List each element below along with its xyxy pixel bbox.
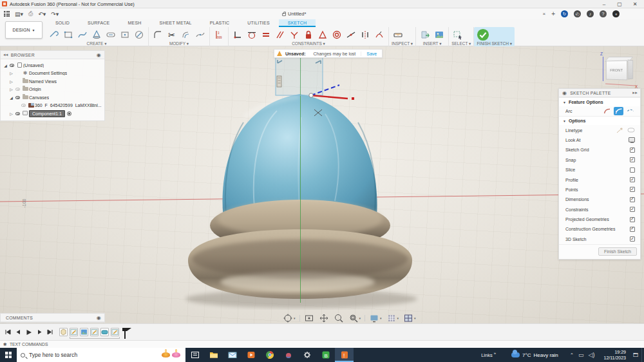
- checkbox-profile[interactable]: [630, 177, 635, 182]
- task-view-icon[interactable]: [185, 348, 204, 362]
- sketch-feature-icon[interactable]: [90, 328, 99, 336]
- step-back-icon[interactable]: [15, 329, 21, 335]
- palette-collapse-icon[interactable]: ▸▸: [632, 90, 638, 95]
- document-tab[interactable]: Untitled*: [282, 8, 306, 19]
- app-launcher-icon[interactable]: [4, 11, 10, 17]
- midpoint-icon[interactable]: [345, 28, 357, 41]
- create-line-icon[interactable]: [48, 28, 61, 41]
- parallel-icon[interactable]: [274, 28, 287, 41]
- laptop-icon[interactable]: ▭: [578, 352, 584, 358]
- sketch-dimension-icon[interactable]: 3999: [213, 28, 225, 41]
- visibility-eye-icon[interactable]: [14, 87, 21, 91]
- viewcube-right-face[interactable]: [628, 59, 633, 79]
- group-label-insert[interactable]: INSERT ▾: [419, 41, 446, 46]
- curvature-icon[interactable]: [373, 28, 386, 41]
- minimize-button[interactable]: –: [596, 0, 612, 8]
- concentric-icon[interactable]: [330, 28, 343, 41]
- group-label-constraints[interactable]: CONSTRAINTS ▾: [231, 41, 386, 46]
- text-commands-gear-icon[interactable]: ✱: [3, 342, 7, 347]
- checkbox-snap[interactable]: [630, 157, 635, 162]
- expanded-icon[interactable]: ◢: [8, 95, 14, 100]
- options-section[interactable]: ▼ Options: [559, 116, 640, 125]
- collapsed-icon[interactable]: ▷: [8, 71, 14, 75]
- file-explorer-icon[interactable]: [204, 348, 223, 362]
- look-at-icon[interactable]: [303, 312, 316, 324]
- browser-item-4[interactable]: ◢Canvases: [1, 93, 104, 102]
- skip-start-icon[interactable]: [5, 329, 11, 335]
- sketch-plane[interactable]: [276, 57, 323, 95]
- fillet-icon[interactable]: [151, 28, 164, 41]
- file-menu-icon[interactable]: ▤▾: [15, 11, 23, 17]
- zoom-icon[interactable]: [332, 312, 345, 324]
- checkbox-dimensions[interactable]: [630, 197, 635, 202]
- tab-solid[interactable]: SOLID: [46, 19, 79, 27]
- browser-item-1[interactable]: ▷✱Document Settings: [1, 70, 104, 78]
- visibility-eye-icon[interactable]: [20, 103, 27, 108]
- speaker-icon[interactable]: ◁): [589, 352, 595, 358]
- insert-derive-icon[interactable]: [419, 28, 431, 41]
- action-center-icon[interactable]: 🗔: [630, 352, 641, 358]
- visibility-eye-icon[interactable]: [14, 95, 21, 100]
- dropdown-caret-icon[interactable]: ▾: [359, 316, 361, 320]
- save-icon[interactable]: ⎙: [28, 10, 33, 17]
- green-b-app-icon[interactable]: B: [316, 348, 335, 362]
- tab-mesh[interactable]: MESH: [118, 19, 150, 27]
- palette-menu-icon[interactable]: ◉: [562, 90, 567, 96]
- new-tab-icon[interactable]: +: [551, 10, 555, 17]
- browser-header[interactable]: ◂◂ BROWSER ◉: [1, 51, 104, 59]
- browser-item-0[interactable]: ◢(Unsaved): [1, 61, 104, 70]
- sketch-feature-icon[interactable]: [111, 328, 119, 336]
- skip-end-icon[interactable]: [47, 329, 53, 335]
- workspace-selector[interactable]: DESIGN▼: [5, 21, 43, 39]
- perpendicular-icon[interactable]: [288, 28, 301, 41]
- tab-utilities[interactable]: UTILITIES: [238, 19, 278, 27]
- settings-gear-icon[interactable]: [298, 348, 316, 362]
- insert-image-icon[interactable]: [433, 28, 446, 41]
- finish-sketch-button[interactable]: Finish Sketch: [598, 247, 637, 256]
- tangent-arc-icon[interactable]: [614, 107, 623, 115]
- group-label-modify[interactable]: MODIFY ▾: [151, 41, 207, 46]
- maximize-button[interactable]: ▢: [612, 0, 627, 8]
- create-cone-icon[interactable]: [90, 28, 103, 41]
- checkbox-sketch-grid[interactable]: [630, 148, 635, 153]
- expanded-icon[interactable]: ◢: [3, 63, 8, 68]
- create-point-rectangle-icon[interactable]: [118, 28, 131, 41]
- collapsed-icon[interactable]: ▷: [8, 111, 14, 116]
- step-forward-icon[interactable]: [37, 329, 43, 335]
- weather-widget[interactable]: 7°C Heavy rain: [505, 352, 565, 358]
- start-button[interactable]: [0, 348, 17, 362]
- user-avatar[interactable]: ●: [612, 10, 620, 17]
- dropdown-caret-icon[interactable]: ▾: [380, 316, 382, 320]
- create-circle-icon[interactable]: [133, 28, 146, 41]
- trim-scissors-icon[interactable]: ✂: [166, 28, 178, 41]
- create-slot-icon[interactable]: [104, 28, 117, 41]
- collapse-panel-icon[interactable]: ◂◂: [3, 52, 8, 57]
- browser-item-2[interactable]: ▷Named Views: [1, 77, 104, 86]
- creative-app-icon[interactable]: [279, 348, 298, 362]
- browser-options-icon[interactable]: ◉: [97, 52, 101, 58]
- tangent-icon[interactable]: [245, 28, 258, 41]
- visibility-eye-icon[interactable]: [8, 63, 15, 68]
- mail-icon[interactable]: [223, 348, 242, 362]
- close-button[interactable]: ✕: [627, 0, 643, 8]
- visibility-eye-icon[interactable]: [14, 111, 21, 116]
- create-spline-icon[interactable]: [76, 28, 89, 41]
- fit-icon[interactable]: ▾: [347, 312, 363, 324]
- orbit-icon[interactable]: ▾: [281, 312, 297, 324]
- chrome-icon[interactable]: [260, 348, 279, 362]
- taskbar-search[interactable]: Type here to search: [17, 348, 185, 362]
- form-feature-icon[interactable]: [100, 328, 109, 336]
- comments-options-icon[interactable]: ◉: [97, 315, 101, 321]
- history-icon[interactable]: ◴: [574, 10, 581, 17]
- grid-settings-icon[interactable]: ▾: [385, 312, 401, 324]
- view-cube[interactable]: FRONT Z X: [596, 52, 639, 90]
- select-box-icon[interactable]: [451, 28, 464, 41]
- equal-icon[interactable]: [260, 28, 272, 41]
- display-settings-icon[interactable]: ▾: [368, 312, 383, 324]
- checkbox-constraints[interactable]: [630, 207, 635, 212]
- tab-sheet-metal[interactable]: SHEET METAL: [151, 19, 201, 27]
- close-tab-icon[interactable]: ×: [542, 11, 545, 17]
- notifications-bell-icon[interactable]: ♪: [587, 10, 594, 17]
- group-label-create[interactable]: CREATE ▾: [48, 41, 146, 46]
- browser-item-6[interactable]: ▷Component1:1: [1, 110, 104, 118]
